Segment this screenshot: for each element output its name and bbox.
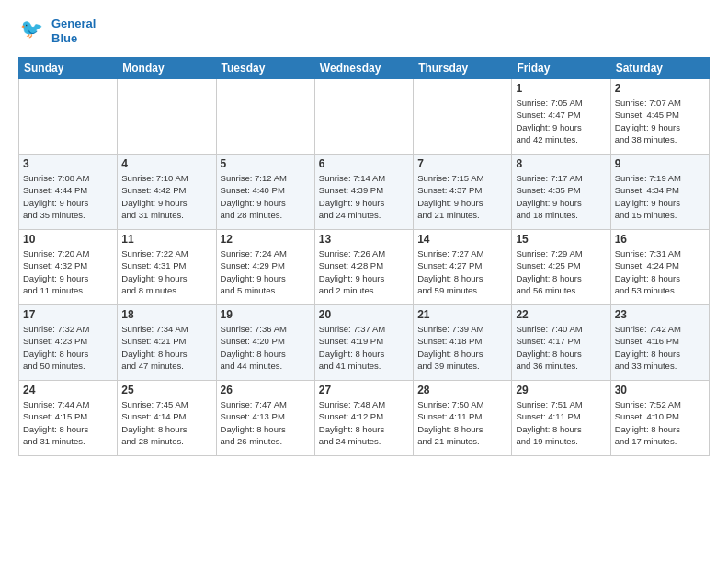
day-info: Sunrise: 7:19 AM Sunset: 4:34 PM Dayligh… <box>615 172 705 221</box>
calendar-table: SundayMondayTuesdayWednesdayThursdayFrid… <box>18 57 710 456</box>
calendar-cell: 24Sunrise: 7:44 AM Sunset: 4:15 PM Dayli… <box>19 381 118 456</box>
calendar-cell: 16Sunrise: 7:31 AM Sunset: 4:24 PM Dayli… <box>610 230 709 305</box>
day-number: 13 <box>319 233 409 246</box>
day-number: 8 <box>516 157 606 170</box>
weekday-header-thursday: Thursday <box>414 58 512 79</box>
calendar-cell: 9Sunrise: 7:19 AM Sunset: 4:34 PM Daylig… <box>610 155 709 230</box>
day-number: 11 <box>121 233 211 246</box>
day-number: 12 <box>221 233 311 246</box>
calendar-cell: 26Sunrise: 7:47 AM Sunset: 4:13 PM Dayli… <box>216 381 314 456</box>
calendar-cell: 10Sunrise: 7:20 AM Sunset: 4:32 PM Dayli… <box>19 230 118 305</box>
day-number: 18 <box>121 308 211 321</box>
week-row-4: 17Sunrise: 7:32 AM Sunset: 4:23 PM Dayli… <box>19 305 710 381</box>
day-info: Sunrise: 7:47 AM Sunset: 4:13 PM Dayligh… <box>221 398 311 447</box>
logo-icon: 🐦 <box>18 15 51 48</box>
calendar-cell <box>118 79 216 155</box>
day-number: 19 <box>221 308 311 321</box>
day-number: 24 <box>23 384 113 396</box>
day-number: 6 <box>319 157 409 170</box>
day-info: Sunrise: 7:20 AM Sunset: 4:32 PM Dayligh… <box>23 247 113 296</box>
calendar-cell: 2Sunrise: 7:07 AM Sunset: 4:45 PM Daylig… <box>610 79 709 155</box>
day-info: Sunrise: 7:07 AM Sunset: 4:45 PM Dayligh… <box>615 97 705 145</box>
calendar-cell: 28Sunrise: 7:50 AM Sunset: 4:11 PM Dayli… <box>414 381 512 456</box>
weekday-header-sunday: Sunday <box>19 58 118 79</box>
calendar-cell: 27Sunrise: 7:48 AM Sunset: 4:12 PM Dayli… <box>314 381 413 456</box>
day-number: 1 <box>516 82 606 95</box>
day-info: Sunrise: 7:32 AM Sunset: 4:23 PM Dayligh… <box>23 323 113 372</box>
logo: 🐦 General Blue <box>18 15 96 48</box>
calendar-cell: 29Sunrise: 7:51 AM Sunset: 4:11 PM Dayli… <box>512 381 610 456</box>
day-info: Sunrise: 7:27 AM Sunset: 4:27 PM Dayligh… <box>417 247 507 296</box>
day-info: Sunrise: 7:12 AM Sunset: 4:40 PM Dayligh… <box>221 172 311 221</box>
day-info: Sunrise: 7:48 AM Sunset: 4:12 PM Dayligh… <box>319 398 409 447</box>
calendar-cell: 14Sunrise: 7:27 AM Sunset: 4:27 PM Dayli… <box>414 230 512 305</box>
calendar-cell <box>414 79 512 155</box>
calendar-cell: 20Sunrise: 7:37 AM Sunset: 4:19 PM Dayli… <box>314 305 413 381</box>
week-row-2: 3Sunrise: 7:08 AM Sunset: 4:44 PM Daylig… <box>19 155 710 230</box>
calendar-cell <box>19 79 118 155</box>
calendar-cell: 3Sunrise: 7:08 AM Sunset: 4:44 PM Daylig… <box>19 155 118 230</box>
calendar-cell: 4Sunrise: 7:10 AM Sunset: 4:42 PM Daylig… <box>118 155 216 230</box>
day-info: Sunrise: 7:29 AM Sunset: 4:25 PM Dayligh… <box>516 247 606 296</box>
calendar-cell: 12Sunrise: 7:24 AM Sunset: 4:29 PM Dayli… <box>216 230 314 305</box>
day-number: 30 <box>615 384 705 396</box>
day-info: Sunrise: 7:10 AM Sunset: 4:42 PM Dayligh… <box>121 172 211 221</box>
day-info: Sunrise: 7:36 AM Sunset: 4:20 PM Dayligh… <box>221 323 311 372</box>
calendar-cell: 11Sunrise: 7:22 AM Sunset: 4:31 PM Dayli… <box>118 230 216 305</box>
day-number: 9 <box>615 157 705 170</box>
calendar-cell: 13Sunrise: 7:26 AM Sunset: 4:28 PM Dayli… <box>314 230 413 305</box>
day-info: Sunrise: 7:40 AM Sunset: 4:17 PM Dayligh… <box>516 323 606 372</box>
day-number: 16 <box>615 233 705 246</box>
day-info: Sunrise: 7:51 AM Sunset: 4:11 PM Dayligh… <box>516 398 606 447</box>
day-number: 23 <box>615 308 705 321</box>
day-info: Sunrise: 7:34 AM Sunset: 4:21 PM Dayligh… <box>121 323 211 372</box>
calendar-cell <box>216 79 314 155</box>
calendar-cell: 25Sunrise: 7:45 AM Sunset: 4:14 PM Dayli… <box>118 381 216 456</box>
day-number: 29 <box>516 384 606 396</box>
weekday-header-monday: Monday <box>118 58 216 79</box>
day-number: 10 <box>23 233 113 246</box>
day-info: Sunrise: 7:08 AM Sunset: 4:44 PM Dayligh… <box>23 172 113 221</box>
calendar-cell: 21Sunrise: 7:39 AM Sunset: 4:18 PM Dayli… <box>414 305 512 381</box>
calendar-cell: 18Sunrise: 7:34 AM Sunset: 4:21 PM Dayli… <box>118 305 216 381</box>
calendar-cell: 22Sunrise: 7:40 AM Sunset: 4:17 PM Dayli… <box>512 305 610 381</box>
day-number: 3 <box>23 157 113 170</box>
weekday-header-saturday: Saturday <box>610 58 709 79</box>
calendar-cell: 8Sunrise: 7:17 AM Sunset: 4:35 PM Daylig… <box>512 155 610 230</box>
day-number: 22 <box>516 308 606 321</box>
day-info: Sunrise: 7:52 AM Sunset: 4:10 PM Dayligh… <box>615 398 705 447</box>
calendar-cell: 5Sunrise: 7:12 AM Sunset: 4:40 PM Daylig… <box>216 155 314 230</box>
day-info: Sunrise: 7:50 AM Sunset: 4:11 PM Dayligh… <box>417 398 507 447</box>
day-info: Sunrise: 7:22 AM Sunset: 4:31 PM Dayligh… <box>121 247 211 296</box>
calendar-cell: 7Sunrise: 7:15 AM Sunset: 4:37 PM Daylig… <box>414 155 512 230</box>
day-info: Sunrise: 7:14 AM Sunset: 4:39 PM Dayligh… <box>319 172 409 221</box>
weekday-header-friday: Friday <box>512 58 610 79</box>
page: 🐦 General Blue SundayMondayTuesdayWednes… <box>0 0 728 465</box>
day-number: 28 <box>417 384 507 396</box>
calendar-cell: 15Sunrise: 7:29 AM Sunset: 4:25 PM Dayli… <box>512 230 610 305</box>
day-info: Sunrise: 7:31 AM Sunset: 4:24 PM Dayligh… <box>615 247 705 296</box>
calendar-cell <box>314 79 413 155</box>
calendar-cell: 23Sunrise: 7:42 AM Sunset: 4:16 PM Dayli… <box>610 305 709 381</box>
day-number: 14 <box>417 233 507 246</box>
calendar-cell: 19Sunrise: 7:36 AM Sunset: 4:20 PM Dayli… <box>216 305 314 381</box>
calendar-cell: 1Sunrise: 7:05 AM Sunset: 4:47 PM Daylig… <box>512 79 610 155</box>
calendar-cell: 30Sunrise: 7:52 AM Sunset: 4:10 PM Dayli… <box>610 381 709 456</box>
day-number: 21 <box>417 308 507 321</box>
day-number: 5 <box>221 157 311 170</box>
day-info: Sunrise: 7:05 AM Sunset: 4:47 PM Dayligh… <box>516 97 606 145</box>
svg-text:🐦: 🐦 <box>20 17 43 40</box>
day-number: 26 <box>221 384 311 396</box>
weekday-header-wednesday: Wednesday <box>314 58 413 79</box>
day-info: Sunrise: 7:45 AM Sunset: 4:14 PM Dayligh… <box>121 398 211 447</box>
day-number: 17 <box>23 308 113 321</box>
day-number: 20 <box>319 308 409 321</box>
day-info: Sunrise: 7:15 AM Sunset: 4:37 PM Dayligh… <box>417 172 507 221</box>
day-number: 2 <box>615 82 705 95</box>
weekday-header-tuesday: Tuesday <box>216 58 314 79</box>
day-number: 4 <box>121 157 211 170</box>
header: 🐦 General Blue <box>18 15 710 48</box>
day-info: Sunrise: 7:42 AM Sunset: 4:16 PM Dayligh… <box>615 323 705 372</box>
calendar-cell: 6Sunrise: 7:14 AM Sunset: 4:39 PM Daylig… <box>314 155 413 230</box>
day-info: Sunrise: 7:37 AM Sunset: 4:19 PM Dayligh… <box>319 323 409 372</box>
